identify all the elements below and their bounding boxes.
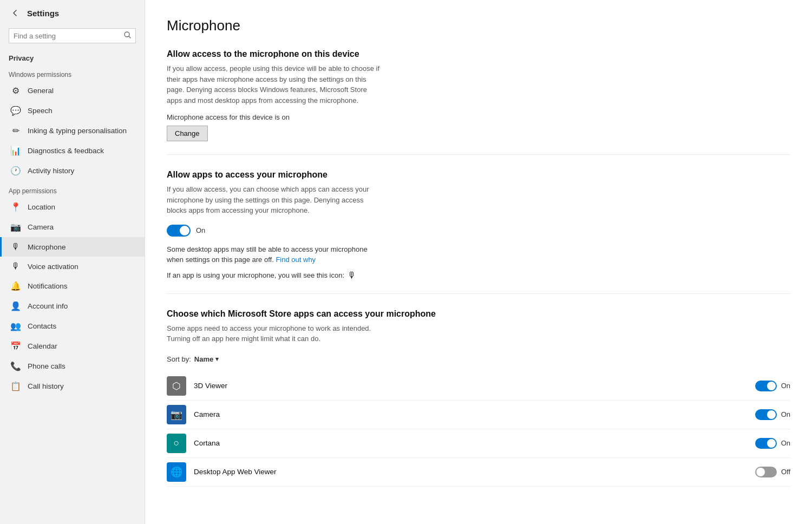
app-toggle-knob-camera: [767, 410, 776, 419]
sidebar-header: Settings: [0, 0, 145, 26]
section3-description: Some apps need to access your microphone…: [167, 323, 383, 344]
sidebar-item-contacts[interactable]: 👥Contacts: [0, 316, 145, 336]
app-toggle-knob-desktop-app-web-viewer: [756, 468, 765, 476]
sort-value: Name: [194, 355, 213, 363]
sidebar-item-notifications[interactable]: 🔔Notifications: [0, 276, 145, 296]
nav-label-phone: Phone calls: [28, 362, 66, 370]
desktop-apps-note: Some desktop apps may still be able to a…: [167, 244, 383, 265]
app-name-3d-viewer: 3D Viewer: [194, 382, 755, 390]
app-toggle-label-cortana: On: [781, 439, 790, 447]
app-icon-desktop-app-web-viewer: 🌐: [167, 462, 186, 482]
section2-description: If you allow access, you can choose whic…: [167, 184, 383, 216]
nav-label-location: Location: [28, 203, 55, 211]
nav-icon-contacts: 👥: [10, 321, 21, 331]
nav-app-permissions: 📍Location📷Camera🎙Microphone🎙Voice activa…: [0, 197, 145, 396]
change-button[interactable]: Change: [167, 126, 208, 141]
nav-label-call-history: Call history: [28, 382, 64, 390]
nav-label-inking: Inking & typing personalisation: [28, 127, 127, 135]
nav-label-calendar: Calendar: [28, 342, 57, 350]
sidebar-item-inking[interactable]: ✏Inking & typing personalisation: [0, 121, 145, 141]
nav-icon-calendar: 📅: [10, 341, 21, 351]
section1-description: If you allow access, people using this d…: [167, 63, 383, 106]
app-permissions-label: App permissions: [0, 181, 145, 197]
app-toggle-label-3d-viewer: On: [781, 382, 790, 390]
section1-heading: Allow access to the microphone on this d…: [167, 49, 790, 59]
sort-row: Sort by: Name ▾: [167, 355, 790, 363]
nav-icon-voice: 🎙: [10, 261, 21, 271]
sidebar-item-call-history[interactable]: 📋Call history: [0, 376, 145, 396]
app-toggle-desktop-app-web-viewer[interactable]: [755, 467, 777, 477]
app-toggle-knob-3d-viewer: [767, 382, 776, 390]
app-icon-camera: 📷: [167, 405, 186, 424]
sidebar-item-voice[interactable]: 🎙Voice activation: [0, 257, 145, 276]
nav-label-notifications: Notifications: [28, 282, 68, 290]
nav-windows-permissions: ⚙General💬Speech✏Inking & typing personal…: [0, 81, 145, 181]
nav-icon-inking: ✏: [10, 126, 21, 136]
svg-line-1: [129, 36, 130, 38]
sidebar-item-calendar[interactable]: 📅Calendar: [0, 336, 145, 356]
nav-label-diagnostics: Diagnostics & feedback: [28, 147, 104, 155]
sidebar-title: Settings: [27, 9, 59, 18]
app-toggle-camera[interactable]: [755, 409, 777, 420]
sidebar-item-camera[interactable]: 📷Camera: [0, 217, 145, 237]
sidebar-item-location[interactable]: 📍Location: [0, 197, 145, 217]
app-toggle-knob-cortana: [767, 439, 776, 448]
sidebar-item-phone[interactable]: 📞Phone calls: [0, 356, 145, 376]
sort-by-label: Sort by:: [167, 355, 191, 363]
windows-permissions-label: Windows permissions: [0, 64, 145, 81]
section3-heading: Choose which Microsoft Store apps can ac…: [167, 309, 790, 319]
nav-icon-activity: 🕐: [10, 166, 21, 176]
nav-icon-account: 👤: [10, 301, 21, 311]
app-item-desktop-app-web-viewer: 🌐 Desktop App Web Viewer Off: [167, 458, 790, 487]
search-input[interactable]: [14, 32, 121, 40]
divider2: [167, 293, 790, 294]
sort-dropdown[interactable]: Name ▾: [194, 355, 219, 363]
app-toggle-label-desktop-app-web-viewer: Off: [781, 468, 790, 476]
nav-label-camera: Camera: [28, 223, 54, 231]
privacy-label: Privacy: [0, 50, 145, 64]
nav-label-account: Account info: [28, 302, 68, 310]
toggle-knob: [180, 226, 189, 235]
nav-label-speech: Speech: [28, 107, 53, 115]
app-toggle-3d-viewer[interactable]: [755, 381, 777, 391]
sidebar: Settings Privacy Windows permissions ⚙Ge…: [0, 0, 145, 524]
find-out-why-link[interactable]: Find out why: [276, 256, 316, 264]
back-button[interactable]: [9, 6, 22, 19]
app-item-camera: 📷 Camera On: [167, 401, 790, 429]
sidebar-item-activity[interactable]: 🕐Activity history: [0, 161, 145, 181]
apps-access-toggle[interactable]: [167, 225, 191, 237]
app-name-cortana: Cortana: [194, 439, 755, 447]
app-icon-cortana: ○: [167, 434, 186, 453]
chevron-down-icon: ▾: [215, 356, 219, 363]
nav-icon-call-history: 📋: [10, 381, 21, 391]
app-list: ⬡ 3D Viewer On 📷 Camera On ○ Cortana: [167, 372, 790, 487]
app-icon-3d-viewer: ⬡: [167, 376, 186, 396]
sidebar-item-general[interactable]: ⚙General: [0, 81, 145, 101]
app-toggle-cortana[interactable]: [755, 438, 777, 449]
nav-icon-diagnostics: 📊: [10, 146, 21, 156]
nav-icon-camera: 📷: [10, 222, 21, 232]
nav-label-activity: Activity history: [28, 167, 74, 175]
section1-status: Microphone access for this device is on: [167, 113, 790, 121]
app-toggle-area-3d-viewer: On: [755, 381, 790, 391]
nav-icon-phone: 📞: [10, 361, 21, 371]
sidebar-item-speech[interactable]: 💬Speech: [0, 101, 145, 121]
icon-note: If an app is using your microphone, you …: [167, 271, 790, 280]
nav-icon-general: ⚙: [10, 86, 21, 96]
nav-icon-microphone: 🎙: [10, 242, 21, 252]
sidebar-item-account[interactable]: 👤Account info: [0, 296, 145, 316]
sidebar-item-microphone[interactable]: 🎙Microphone: [0, 237, 145, 257]
app-item-3d-viewer: ⬡ 3D Viewer On: [167, 372, 790, 401]
divider1: [167, 154, 790, 155]
nav-label-microphone: Microphone: [28, 243, 66, 251]
nav-icon-speech: 💬: [10, 106, 21, 116]
nav-label-voice: Voice activation: [28, 263, 78, 271]
search-box[interactable]: [9, 28, 136, 43]
microphone-icon: 🎙: [348, 271, 356, 280]
nav-icon-location: 📍: [10, 202, 21, 212]
page-title: Microphone: [167, 17, 790, 34]
sidebar-item-diagnostics[interactable]: 📊Diagnostics & feedback: [0, 141, 145, 161]
section2-heading: Allow apps to access your microphone: [167, 170, 790, 180]
app-name-desktop-app-web-viewer: Desktop App Web Viewer: [194, 468, 755, 476]
app-toggle-area-cortana: On: [755, 438, 790, 449]
